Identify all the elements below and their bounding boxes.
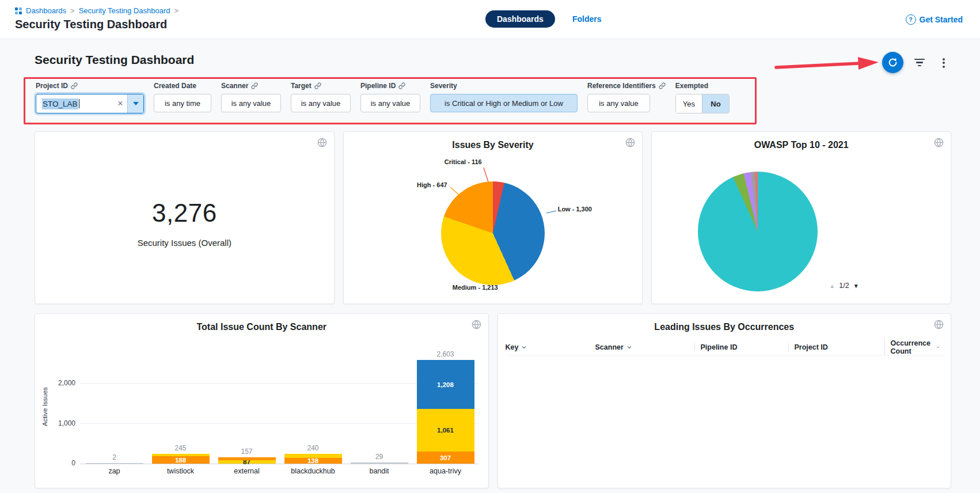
get-started-link[interactable]: ? Get Started [906,14,963,25]
bar-aqua-trivy[interactable]: 2,6033071,0611,208 [412,351,478,464]
y-tick-2000: 2,000 [40,379,75,387]
filter-label-target: Target [291,82,312,90]
filter-label-exempted: Exempted [675,82,708,90]
link-icon [659,82,666,89]
column-header-key[interactable]: Key [506,343,595,351]
pipeline-id-filter-button[interactable]: is any value [360,94,420,112]
bar-segment-yellow[interactable]: 1,061 [417,409,474,452]
severity-pie-chart[interactable] [441,181,545,285]
bar-segment-label: 1,208 [417,381,474,388]
tab-dashboards[interactable]: Dashboards [485,10,555,28]
created-date-filter-button[interactable]: is any time [154,94,211,112]
project-id-filter-select[interactable]: STO_LAB × [36,94,144,113]
bar-chart-plot: 224518815787240138292,6033071,0611,208 [81,351,478,464]
breadcrumb-separator: > [70,6,75,15]
bar-segment-gray[interactable] [351,462,408,464]
bar-segment-orange[interactable]: 307 [417,452,474,464]
refresh-icon [887,57,898,68]
owasp-pie-chart[interactable] [698,172,818,291]
scanner-filter-button[interactable]: is any value [221,94,281,112]
bar-segment-yellow[interactable] [284,454,342,458]
column-header-scanner[interactable]: Scanner [595,343,694,351]
breadcrumb: Dashboards > Security Testing Dashboard … [15,6,178,15]
bar-chart-categories: zaptwistlockexternalblackduckhubbanditaq… [81,467,478,475]
page-down-icon[interactable]: ▼ [853,283,859,289]
page-title: Security Testing Dashboard [15,18,167,31]
target-filter-button[interactable]: is any value [291,94,351,112]
dropdown-caret-button[interactable] [127,94,143,113]
globe-icon[interactable] [472,320,481,329]
bar-total-label: 245 [174,444,186,452]
sort-chevron-icon[interactable] [626,344,633,351]
page-up-icon[interactable]: ▲ [829,283,835,289]
bar-segment-orange[interactable]: 188 [152,456,210,464]
annotation-arrow [773,52,885,75]
column-header-occurrence-count[interactable]: Occurrence Count [884,339,944,355]
bar-blackduckhub[interactable]: 240138 [280,351,346,464]
bar-segment-label: 188 [152,457,210,463]
globe-icon[interactable] [934,138,944,147]
bar-segment-blue[interactable]: 1,208 [417,360,474,409]
filter-group-target: Target is any value [291,82,351,112]
card-issues-by-severity: Issues By Severity Critical - 116 High -… [343,131,643,304]
metric-tile: 3,276 Security Issues (Overall) [35,132,334,304]
more-options-button[interactable] [940,56,948,69]
refresh-button[interactable] [882,52,903,73]
clear-selection-icon[interactable]: × [113,98,127,109]
card-owasp-top-10: OWASP Top 10 - 2021 ▲ 1/2 ▼ [651,131,951,304]
caret-down-icon [133,102,139,105]
card-leading-issues-by-occurrences: Leading Issues By Occurrences KeyScanner… [497,313,952,488]
breadcrumb-link-dashboards[interactable]: Dashboards [26,6,66,15]
globe-icon[interactable] [934,320,944,329]
page-indicator: 1/2 [839,282,849,290]
bar-segment-orange[interactable] [218,457,276,460]
filter-label-project-id: Project ID [36,82,68,90]
breadcrumb-link-current[interactable]: Security Testing Dashboard [79,6,170,15]
reference-identifiers-filter-button[interactable]: is any value [587,94,650,112]
exempted-yes-option[interactable]: Yes [676,94,702,113]
breadcrumb-separator: > [174,6,178,15]
exempted-toggle: Yes No [675,94,730,113]
x-axis-baseline [80,464,478,464]
tab-folders[interactable]: Folders [572,14,602,24]
link-icon [71,82,78,89]
bar-category-label: aqua-trivy [412,467,478,475]
bar-segment-yellow[interactable] [152,454,210,456]
bar-twistlock[interactable]: 245188 [147,351,214,464]
card-total-issue-count-by-scanner: Total Issue Count By Scanner Active Issu… [35,313,489,488]
bar-total-label: 2 [112,453,116,461]
bar-bandit[interactable]: 29 [346,351,412,464]
column-label: Occurrence Count [891,339,933,355]
bar-segment-yellow[interactable]: 87 [218,460,276,464]
dashboard-row-2: Total Issue Count By Scanner Active Issu… [35,313,951,488]
pie-label-high: High - 647 [397,181,447,188]
severity-filter-button[interactable]: is Critical or High or Medium or Low [430,94,578,112]
bar-category-label: external [214,467,280,475]
filter-group-scanner: Scanner is any value [221,82,281,112]
filter-list-button[interactable] [913,57,926,69]
globe-icon[interactable] [625,138,635,147]
dashboard-title: Security Testing Dashboard [35,53,194,67]
filter-icon [914,59,925,60]
filter-bar: Project ID STO_LAB × Created Date is any… [36,82,730,113]
kebab-icon [943,58,945,60]
sort-chevron-icon[interactable] [521,344,527,351]
filter-label-scanner: Scanner [221,82,248,90]
bar-zap[interactable]: 2 [81,351,147,464]
bar-category-label: bandit [346,467,412,475]
column-header-project-id: Project ID [788,343,884,351]
pie-label-medium: Medium - 1,213 [429,284,498,291]
column-label: Scanner [595,343,624,351]
security-testing-dashboard-page: Dashboards > Security Testing Dashboard … [0,0,980,493]
pie-label-critical: Critical - 116 [419,158,482,165]
chart-title-issues-by-severity: Issues By Severity [344,140,643,150]
column-label: Key [506,343,519,351]
exempted-no-option[interactable]: No [702,94,729,113]
sort-chevron-icon[interactable] [936,344,940,351]
bar-external[interactable]: 15787 [214,351,280,464]
filter-group-reference-identifiers: Reference Identifiers is any value [587,82,666,112]
bar-segment-gray[interactable] [86,463,143,464]
bar-segment-orange[interactable]: 138 [284,458,342,464]
bar-category-label: twistlock [147,467,214,475]
pie-pagination: ▲ 1/2 ▼ [829,282,859,290]
